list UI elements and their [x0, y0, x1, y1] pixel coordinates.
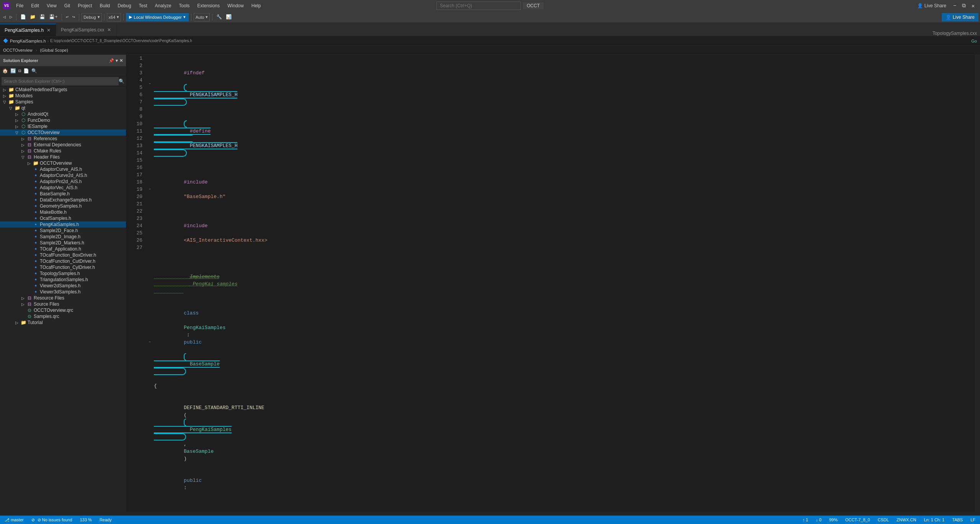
debug-config-dropdown[interactable]: Debug ▾	[82, 13, 101, 21]
tree-header-files[interactable]: ▽ ⊟ Header Files	[0, 154, 126, 160]
tb-back[interactable]: ◁	[2, 13, 7, 21]
tab-close-cxx[interactable]: ✕	[106, 27, 112, 33]
go-btn[interactable]: Go	[971, 39, 977, 43]
list-item[interactable]: 🔹Viewer3dSamples.h	[0, 289, 126, 295]
list-item[interactable]: 🔹OcafSamples.h	[0, 215, 126, 221]
tree-tutorial[interactable]: ▷ 📁 Tutorial	[0, 319, 126, 326]
status-znwx[interactable]: ZNWX.CN	[895, 517, 918, 522]
menu-git[interactable]: Git	[61, 2, 73, 9]
code-content[interactable]: − #ifndef PENGKAISAMPLES_H #define	[145, 55, 975, 512]
tree-funcdemo[interactable]: ▷ ⬡ FuncDemo	[0, 117, 126, 123]
collapse-4[interactable]: −	[149, 186, 154, 193]
collapse-1[interactable]: −	[149, 80, 154, 88]
list-item[interactable]: 🔹Sample2D_Image.h	[0, 234, 126, 240]
tree-source-files[interactable]: ▷ ⊟ Source Files	[0, 301, 126, 307]
se-options-btn[interactable]: ▾	[116, 58, 118, 63]
tab-pengkaisamples-h[interactable]: PengKaiSamples.h ✕	[0, 24, 56, 36]
list-item[interactable]: 🔹TriangulationSamples.h	[0, 277, 126, 283]
solution-config-dropdown[interactable]: Auto ▾	[194, 13, 210, 21]
status-no-issues[interactable]: ⊘ ⊘ No issues found	[30, 517, 74, 522]
tree-external-deps[interactable]: ▷ ⊟ External Dependencies	[0, 142, 126, 148]
list-item[interactable]: 🔹TopologySamples.h	[0, 270, 126, 277]
se-close-btn[interactable]: ✕	[119, 58, 123, 63]
tb-open[interactable]: 📁	[28, 13, 37, 21]
menu-help[interactable]: Help	[248, 2, 264, 9]
status-csdl[interactable]: CSDL	[876, 517, 890, 522]
list-item[interactable]: 🔹BaseSample.h	[0, 191, 126, 197]
solution-search-input[interactable]	[2, 77, 119, 85]
status-line-col[interactable]: Ln: 1 Ch: 1	[922, 517, 946, 522]
live-share-toolbar-btn[interactable]: 👤 Live Share	[942, 13, 978, 21]
status-zoom[interactable]: 133 %	[78, 517, 93, 522]
close-button[interactable]: ✕	[969, 2, 977, 10]
se-tb-sync[interactable]: 🔄	[10, 67, 17, 75]
live-share-button[interactable]: 👤 Live Share	[914, 2, 949, 9]
status-git-branch[interactable]: ⎇ master	[3, 517, 25, 522]
hscroll-track[interactable]	[0, 512, 980, 516]
status-lf[interactable]: LF	[969, 517, 977, 522]
tb-new[interactable]: 📄	[19, 13, 28, 21]
tree-androidqt[interactable]: ▷ ⬡ AndroidQt	[0, 111, 126, 117]
restore-button[interactable]: ⧉	[960, 2, 968, 10]
scope-label[interactable]: (Global Scope)	[40, 48, 68, 52]
se-tb-filter[interactable]: 🔍	[31, 67, 38, 75]
list-item[interactable]: 🔹TOcaf_Application.h	[0, 246, 126, 252]
menu-project[interactable]: Project	[75, 2, 95, 9]
tree-modules[interactable]: ▷ 📁 Modules	[0, 93, 126, 99]
tb-forward[interactable]: ▷	[8, 13, 14, 21]
tree-cmake-targets[interactable]: ▷ 📁 CMakePredefinedTargets	[0, 87, 126, 93]
list-item[interactable]: 🔹TOcafFunction_CutDriver.h	[0, 258, 126, 264]
status-tabs[interactable]: TABS	[951, 517, 964, 522]
status-occt-version[interactable]: OCCT-7_8_0	[844, 517, 872, 522]
tb-undo[interactable]: ↩	[64, 13, 70, 21]
se-tb-show-files[interactable]: 📄	[23, 67, 30, 75]
tree-qt[interactable]: ▽ 📁 qt	[0, 105, 126, 111]
tree-occtoverview[interactable]: ▽ ⬡ OCCTOverview	[0, 129, 126, 136]
list-item[interactable]: 🔹AdaptorCurve2d_AIS.h	[0, 172, 126, 178]
platform-dropdown[interactable]: x64 ▾	[107, 13, 121, 21]
start-debugging-button[interactable]: ▶ Local Windows Debugger ▾	[126, 13, 188, 21]
menu-debug[interactable]: Debug	[114, 2, 134, 9]
minimize-button[interactable]: −	[951, 2, 959, 10]
breadcrumb-file[interactable]: PengKaiSamples.h	[10, 39, 46, 43]
status-up-arrow[interactable]: ↑ 1	[801, 517, 810, 522]
list-item[interactable]: 🔹AdaptorCurve_AIS.h	[0, 166, 126, 172]
menu-file[interactable]: File	[13, 2, 26, 9]
tree-occtoverview-qrc[interactable]: ⊙ OCCTOverview.qrc	[0, 307, 126, 313]
menu-extensions[interactable]: Extensions	[194, 2, 223, 9]
topology-tab-label[interactable]: TopologySamples.cxx	[933, 31, 977, 36]
menu-analyze[interactable]: Analyze	[152, 2, 175, 9]
list-item[interactable]: 🔹Sample2D_Face.h	[0, 228, 126, 234]
tree-resource-files[interactable]: ▷ ⊟ Resource Files	[0, 295, 126, 301]
list-item[interactable]: 🔹TOcafFunction_BoxDriver.h	[0, 252, 126, 258]
se-tb-collapse[interactable]: ⊟	[18, 67, 22, 75]
list-item[interactable]: 🔹AdaptorVec_AIS.h	[0, 185, 126, 191]
status-down-arrow[interactable]: ↓ 0	[814, 517, 823, 522]
menu-build[interactable]: Build	[97, 2, 113, 9]
se-tb-home[interactable]: 🏠	[2, 67, 9, 75]
list-item[interactable]: 🔹Viewer2dSamples.h	[0, 283, 126, 289]
menu-edit[interactable]: Edit	[28, 2, 42, 9]
scope-project[interactable]: OCCTOverview	[3, 48, 33, 52]
menu-tools[interactable]: Tools	[176, 2, 193, 9]
status-percent[interactable]: 99%	[828, 517, 839, 522]
tab-close-h[interactable]: ✕	[46, 28, 51, 33]
tree-pengkaisamples-h[interactable]: 🔹PengKaiSamples.h	[0, 221, 126, 228]
list-item[interactable]: 🔹GeometrySamples.h	[0, 203, 126, 209]
tb-perf[interactable]: 📊	[224, 13, 233, 21]
tree-references[interactable]: ▷ ⊟ References	[0, 136, 126, 142]
tree-occtoverview-sub[interactable]: ▷ 📁 OCCTOverview	[0, 160, 126, 166]
list-item[interactable]: 🔹Sample2D_Markers.h	[0, 240, 126, 246]
tb-redo[interactable]: ↪	[71, 13, 77, 21]
h-scroll-bar[interactable]	[0, 512, 980, 516]
collapse-9[interactable]: −	[149, 339, 154, 346]
se-pin-btn[interactable]: 📌	[109, 58, 114, 63]
tree-samples[interactable]: ▽ 📁 Samples	[0, 99, 126, 105]
menu-view[interactable]: View	[44, 2, 60, 9]
menu-test[interactable]: Test	[136, 2, 150, 9]
tb-save[interactable]: 💾	[38, 13, 47, 21]
tree-samples-qrc[interactable]: ⊙ Samples.qrc	[0, 313, 126, 319]
tree-cmake-rules[interactable]: ▷ ⊟ CMake Rules	[0, 148, 126, 154]
tb-debug-tools[interactable]: 🔧	[215, 13, 224, 21]
list-item[interactable]: 🔹DataExchangeSamples.h	[0, 197, 126, 203]
